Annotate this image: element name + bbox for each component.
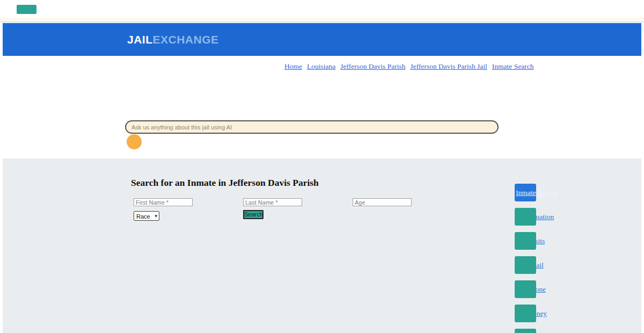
sidebar-item-inmate-search[interactable]: Inmate Search: [515, 184, 536, 201]
sidebar-link-money[interactable]: Money: [501, 309, 572, 318]
sidebar-item-visits[interactable]: Visits: [515, 232, 536, 250]
race-select[interactable]: Race ▾: [134, 211, 159, 221]
breadcrumb-link-home[interactable]: Home: [284, 62, 302, 71]
last-name-input[interactable]: [243, 198, 302, 206]
logo-text-exchange: EXCHANGE: [153, 33, 219, 46]
breadcrumb-link-jail[interactable]: Jefferson Davis Parish Jail: [410, 62, 487, 71]
sidebar-tile-button[interactable]: [515, 305, 536, 322]
sidebar-link-visits[interactable]: Visits: [501, 237, 572, 245]
ai-ask-input[interactable]: [125, 120, 499, 134]
sidebar-item-mail[interactable]: Mail: [515, 256, 536, 274]
sidebar-link-mail[interactable]: Mail: [501, 261, 572, 270]
sidebar-item-information[interactable]: Information: [515, 208, 536, 226]
section-title: Search for an Inmate in Jefferson Davis …: [131, 177, 319, 189]
inmate-search-section: [3, 158, 641, 333]
breadcrumb-link-louisiana[interactable]: Louisiana: [307, 62, 335, 71]
sidebar-tile-button[interactable]: [515, 329, 536, 333]
sidebar-link-inmate-search[interactable]: Inmate Search: [501, 189, 572, 197]
top-left-teal-button[interactable]: [17, 5, 36, 14]
site-logo[interactable]: JAILEXCHANGE: [127, 33, 219, 46]
logo-text-jail: JAIL: [127, 33, 153, 46]
sidebar-item-money[interactable]: Money: [515, 305, 536, 322]
search-button[interactable]: Search: [243, 210, 264, 219]
race-select-value: Race: [136, 213, 150, 220]
chevron-down-icon: ▾: [155, 214, 157, 219]
site-header: JAILEXCHANGE: [3, 23, 641, 56]
breadcrumb-link-parish[interactable]: Jefferson Davis Parish: [340, 62, 405, 71]
breadcrumb: Home Louisiana Jefferson Davis Parish Je…: [284, 62, 533, 71]
sidebar-item-phone[interactable]: Phone: [515, 280, 536, 298]
sidebar-tile-button[interactable]: [515, 232, 536, 250]
sidebar-tile-button[interactable]: [515, 280, 536, 298]
first-name-input[interactable]: [134, 198, 193, 206]
age-input[interactable]: [353, 198, 412, 206]
sidebar-link-information[interactable]: Information: [501, 213, 572, 221]
sidebar-tile-button[interactable]: [515, 256, 536, 274]
sidebar-link-phone[interactable]: Phone: [501, 285, 572, 294]
header-accent-strip: [0, 18, 644, 23]
breadcrumb-link-inmate-search[interactable]: Inmate Search: [492, 62, 534, 71]
chat-bubble-button[interactable]: [127, 134, 142, 149]
sidebar-tile-button[interactable]: [515, 208, 536, 226]
sidebar-item-clipped[interactable]: [515, 329, 536, 333]
